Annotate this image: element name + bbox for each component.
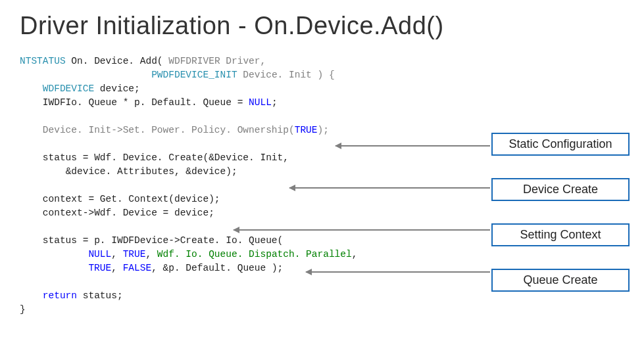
tok	[20, 152, 43, 163]
arrow-icon	[289, 187, 490, 189]
tok	[20, 83, 43, 94]
tok: Driver,	[220, 56, 266, 66]
tok	[20, 290, 43, 301]
tok	[20, 249, 88, 260]
tok: ,	[352, 249, 358, 260]
tok: status;	[77, 290, 123, 301]
tok: context = Get. Context(device);	[43, 194, 220, 204]
arrow-icon	[306, 271, 490, 273]
tok	[20, 235, 43, 246]
tok: On. Device. Add(	[66, 56, 169, 66]
slide-title: Driver Initialization - On.Device.Add()	[20, 12, 624, 40]
tok-kw: FALSE	[123, 263, 152, 273]
tok-type: NTSTATUS	[20, 56, 66, 66]
tok-kw: return	[43, 290, 77, 301]
tok: IWDFIo. Queue * p. Default. Queue =	[43, 97, 249, 108]
tok	[20, 97, 43, 108]
tok-kw: NULL	[249, 97, 272, 108]
tok	[20, 125, 43, 135]
tok-kw: NULL	[88, 249, 111, 260]
tok: ,	[111, 249, 122, 260]
tok	[20, 70, 151, 80]
tok: ,	[145, 249, 157, 260]
tok	[20, 166, 66, 177]
tok-type: PWDFDEVICE_INIT	[151, 70, 237, 80]
tok-kw: TRUE	[88, 263, 111, 273]
tok-enum: Wdf. Io. Queue. Dispatch. Parallel	[157, 249, 352, 260]
tok: , &p. Default. Queue );	[151, 263, 283, 273]
tok: ;	[272, 97, 278, 108]
tok	[20, 263, 88, 273]
tok: Device. Init->Set. Power. Policy. Owners…	[43, 125, 295, 135]
tok: &device. Attributes, &device);	[66, 166, 237, 177]
tok-type: WDFDRIVER	[168, 56, 220, 66]
arrow-icon	[234, 229, 490, 231]
tok: context->Wdf. Device = device;	[43, 208, 214, 218]
tok: Device. Init ) {	[237, 70, 335, 80]
tok: device;	[94, 83, 140, 94]
tok	[20, 194, 43, 204]
tok-kw: TRUE	[295, 125, 318, 135]
tok: }	[20, 304, 26, 315]
callout-device-create: Device Create	[491, 178, 630, 201]
callouts: Static Configuration Device Create Setti…	[491, 133, 630, 292]
tok: ,	[111, 263, 122, 273]
arrow-icon	[335, 145, 490, 147]
tok: status = Wdf. Device. Create(&Device. In…	[43, 152, 289, 163]
callout-queue-create: Queue Create	[491, 269, 630, 292]
tok: );	[318, 125, 329, 135]
callout-setting-context: Setting Context	[491, 223, 630, 246]
tok: status = p. IWDFDevice->Create. Io. Queu…	[43, 235, 283, 246]
tok	[20, 208, 43, 218]
tok-kw: TRUE	[123, 249, 146, 260]
callout-static-config: Static Configuration	[491, 133, 630, 156]
tok-type: WDFDEVICE	[43, 83, 94, 94]
